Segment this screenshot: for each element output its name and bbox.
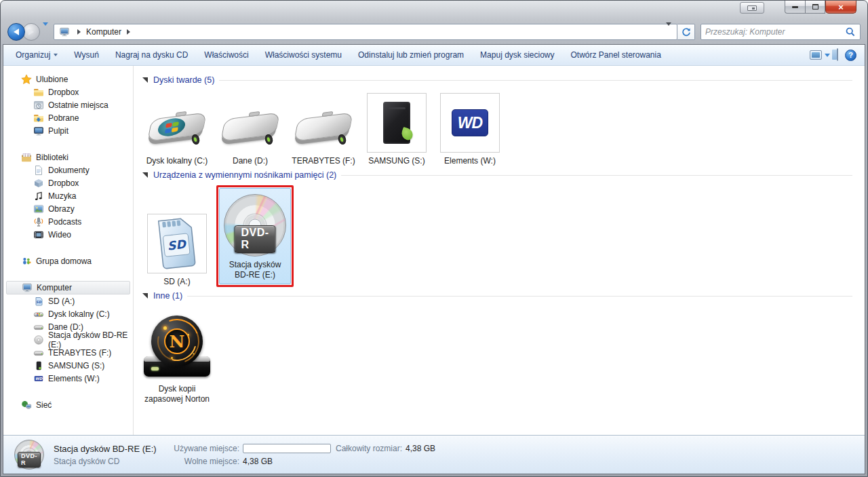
collapse-icon bbox=[142, 77, 148, 83]
windows-drive-icon bbox=[33, 309, 44, 320]
breadcrumb-arrow-icon[interactable] bbox=[77, 29, 81, 35]
free-space-label: Wolne miejsce: bbox=[169, 457, 239, 466]
file-list-area: Dyski twarde (5) Dysk lokalny (C:) bbox=[134, 66, 865, 435]
address-bar[interactable]: Komputer bbox=[54, 24, 677, 40]
computer-icon bbox=[59, 26, 70, 37]
sidebar-item-samsung-s[interactable]: SAMSUNG (S:) bbox=[3, 359, 133, 372]
norton-backup-drive-icon: N bbox=[142, 316, 212, 381]
hard-drive-icon bbox=[290, 105, 357, 153]
back-button[interactable] bbox=[7, 23, 25, 41]
sidebar-item-desktop[interactable]: Pulpit bbox=[3, 124, 133, 137]
toolbar-eject-button[interactable]: Wysuń bbox=[66, 45, 107, 65]
minimize-button[interactable] bbox=[785, 1, 805, 14]
help-icon: ? bbox=[848, 51, 853, 59]
minimize-icon bbox=[792, 6, 798, 8]
sidebar-group-favorites[interactable]: Ulubione bbox=[3, 73, 133, 85]
forward-icon bbox=[28, 28, 34, 35]
toolbar-map-drive-button[interactable]: Mapuj dysk sieciowy bbox=[472, 45, 562, 65]
help-button[interactable]: ? bbox=[845, 50, 856, 61]
wd-logo-icon: WD bbox=[452, 109, 488, 136]
used-space-progressbar bbox=[243, 444, 331, 453]
section-header-other[interactable]: Inne (1) bbox=[142, 290, 859, 302]
toolbar-system-properties-button[interactable]: Właściwości systemu bbox=[257, 45, 350, 65]
sidebar-group-libraries[interactable]: Biblioteki bbox=[3, 151, 133, 164]
maximize-button[interactable] bbox=[805, 1, 825, 14]
drive-item-elements-w[interactable]: WD Elements (W:) bbox=[435, 90, 505, 166]
sidebar-item-videos[interactable]: Wideo bbox=[3, 228, 133, 241]
drive-item-local-disk-c[interactable]: Dysk lokalny (C:) bbox=[142, 90, 212, 166]
toolbar-organize-button[interactable]: Organizuj bbox=[7, 45, 66, 65]
dvd-r-badge: DVD-R bbox=[18, 452, 41, 468]
collapse-icon bbox=[142, 293, 148, 299]
titlebar[interactable]: × bbox=[1, 1, 867, 20]
display-toggle-icon bbox=[747, 5, 757, 11]
microphone-icon bbox=[33, 216, 44, 227]
sidebar-item-dropbox-library[interactable]: Dropbox bbox=[3, 176, 133, 189]
drive-item-terabytes-f[interactable]: TERABYTES (F:) bbox=[288, 90, 359, 166]
drive-item-samsung-s[interactable]: SAMSUNG (S:) bbox=[361, 90, 432, 166]
recent-pages-button[interactable] bbox=[43, 26, 48, 38]
section-rule bbox=[341, 175, 852, 176]
red-annotation-box: DVD-R Stacja dyskówBD-RE (E:) bbox=[216, 185, 294, 287]
sd-card-icon bbox=[33, 296, 44, 307]
recent-places-icon bbox=[33, 100, 44, 111]
maximize-icon bbox=[812, 4, 818, 9]
used-space-label: Używane miejsce: bbox=[169, 444, 239, 453]
toolbar-properties-button[interactable]: Właściwości bbox=[196, 45, 256, 65]
search-input[interactable] bbox=[705, 27, 845, 37]
address-dropdown-button[interactable] bbox=[663, 26, 674, 38]
sidebar-item-podcasts[interactable]: Podcasts bbox=[3, 215, 133, 228]
sidebar-item-local-disk-c[interactable]: Dysk lokalny (C:) bbox=[3, 307, 133, 320]
window-controls: × bbox=[785, 1, 856, 14]
optical-disc-icon bbox=[33, 335, 44, 345]
sidebar-item-pictures[interactable]: Obrazy bbox=[3, 202, 133, 215]
sidebar-group-computer[interactable]: Komputer bbox=[6, 281, 130, 294]
hard-drive-icon bbox=[33, 322, 44, 332]
sidebar-item-downloads[interactable]: Pobrane bbox=[3, 111, 133, 124]
explorer-window: × Komputer Organizuj Wysuń Nagraj na dys… bbox=[0, 0, 868, 477]
sidebar-item-dropbox[interactable]: Dropbox bbox=[3, 85, 133, 98]
sidebar-item-elements-w[interactable]: Elements (W:) bbox=[3, 372, 133, 385]
search-icon[interactable] bbox=[845, 26, 856, 37]
sidebar-item-sd-a[interactable]: SD (A:) bbox=[3, 294, 133, 307]
dvd-r-badge: DVD-R bbox=[234, 225, 275, 253]
film-icon bbox=[33, 229, 44, 240]
drive-item-norton-backup[interactable]: N Dysk kopiizapasowej Norton bbox=[142, 306, 212, 404]
computer-icon bbox=[22, 282, 33, 293]
refresh-button[interactable] bbox=[677, 24, 695, 40]
titlebar-utility-button[interactable] bbox=[740, 2, 764, 14]
sidebar-item-bdre-e[interactable]: Stacja dysków BD-RE (E:) bbox=[3, 333, 133, 346]
toolbar-control-panel-button[interactable]: Otwórz Panel sterowania bbox=[562, 45, 669, 65]
toolbar-burn-button[interactable]: Nagraj na dysku CD bbox=[107, 45, 196, 65]
collapse-icon bbox=[142, 172, 148, 178]
dvd-disc-icon: DVD-R bbox=[224, 194, 286, 256]
sidebar-item-documents[interactable]: Dokumenty bbox=[3, 164, 133, 176]
dvd-disc-icon: DVD-R bbox=[14, 440, 44, 470]
samsung-drive-icon bbox=[33, 360, 44, 371]
section-header-hard-drives[interactable]: Dyski twarde (5) bbox=[142, 74, 859, 86]
sidebar-group-homegroup[interactable]: Grupa domowa bbox=[3, 254, 133, 267]
toolbar-uninstall-button[interactable]: Odinstaluj lub zmień program bbox=[350, 45, 472, 65]
thumbnail-frame bbox=[367, 93, 427, 153]
network-icon bbox=[21, 400, 32, 411]
close-button[interactable]: × bbox=[825, 1, 856, 14]
other-row: N Dysk kopiizapasowej Norton bbox=[142, 306, 859, 404]
drive-item-sd-a[interactable]: SD SD (A:) bbox=[142, 211, 212, 287]
change-view-button[interactable] bbox=[810, 50, 830, 60]
preview-pane-button[interactable] bbox=[837, 49, 838, 61]
preview-pane-icon bbox=[837, 48, 838, 61]
refresh-icon bbox=[681, 26, 692, 37]
client-area: Organizuj Wysuń Nagraj na dysku CD Właśc… bbox=[3, 44, 865, 474]
folder-icon bbox=[33, 87, 44, 98]
sidebar-item-recent-places[interactable]: Ostatnie miejsca bbox=[3, 98, 133, 111]
chevron-down-icon bbox=[43, 22, 48, 37]
search-box[interactable] bbox=[701, 24, 861, 40]
sidebar-item-music[interactable]: Muzyka bbox=[3, 189, 133, 202]
drive-item-bdre-e-selected[interactable]: DVD-R Stacja dyskówBD-RE (E:) bbox=[219, 188, 291, 284]
drive-item-dane-d[interactable]: Dane (D:) bbox=[215, 90, 285, 166]
breadcrumb-item-komputer[interactable]: Komputer bbox=[86, 27, 121, 37]
section-header-removable[interactable]: Urządzenia z wymiennymi nośnikami pamięc… bbox=[142, 169, 859, 181]
breadcrumb-arrow-icon[interactable] bbox=[127, 29, 130, 35]
sidebar-group-network[interactable]: Sieć bbox=[3, 398, 133, 411]
views-icon bbox=[810, 50, 822, 60]
